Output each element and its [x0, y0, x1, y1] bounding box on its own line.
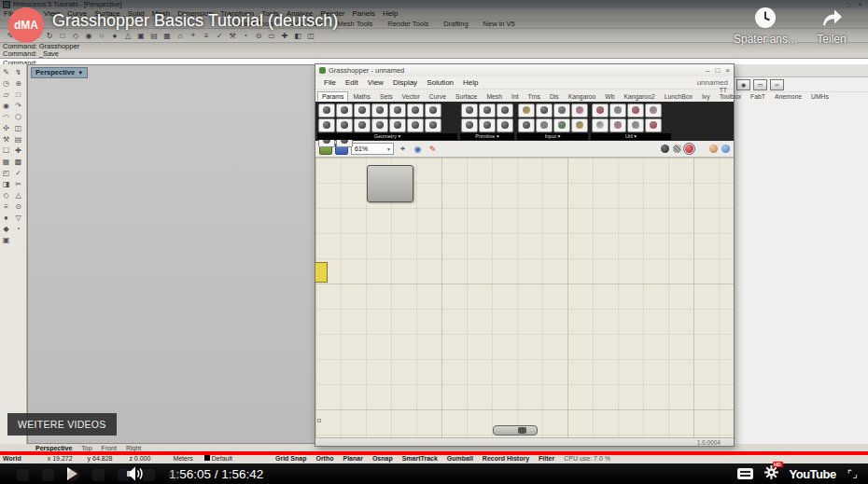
palette-component-icon[interactable] [571, 104, 588, 118]
rhino-side-tool-icon[interactable]: ◷ [0, 78, 12, 90]
status-y[interactable]: y 64.828 [88, 455, 113, 462]
rhino-side-tool-icon[interactable]: ⊙ [12, 201, 24, 213]
rhino-side-tool-icon[interactable]: ◉ [0, 101, 12, 112]
preview-tan-icon[interactable] [709, 145, 718, 153]
rhino-toolbar-tab[interactable]: New in V5 [476, 20, 523, 28]
rhino-side-tool-icon[interactable]: ▩ [12, 157, 24, 168]
palette-component-icon[interactable] [407, 118, 424, 132]
palette-component-icon[interactable] [553, 118, 570, 132]
viewport-tab-front[interactable]: Front [102, 445, 117, 451]
rhino-tool-icon[interactable]: ⚒ [226, 32, 239, 40]
rhino-side-tool-icon[interactable]: ◨ [0, 179, 12, 190]
status-toggle-smarttrack[interactable]: SmartTrack [402, 455, 438, 462]
slider-knob[interactable] [518, 427, 526, 434]
grasshopper-canvas[interactable] [315, 158, 734, 437]
rhino-toolbar-tab[interactable]: Render Tools [380, 20, 436, 28]
status-toggle-filter[interactable]: Filter [539, 455, 554, 462]
palette-group-label[interactable]: Util ▾ [591, 133, 671, 140]
status-z[interactable]: z 0.000 [129, 455, 150, 462]
preview-green-icon[interactable] [697, 145, 706, 153]
rhino-side-tool-icon[interactable]: ◰ [0, 168, 12, 179]
gh-tab-surface[interactable]: Surface [451, 91, 482, 102]
rhino-tool-icon[interactable]: □ [56, 32, 69, 40]
palette-component-icon[interactable] [354, 104, 371, 118]
palette-component-icon[interactable] [371, 118, 388, 132]
palette-component-icon[interactable] [479, 104, 496, 118]
status-toggle-record-history[interactable]: Record History [483, 455, 529, 462]
rhino-side-tool-icon[interactable]: ▤ [12, 134, 24, 145]
zoom-select[interactable]: 61% ▼ [351, 143, 394, 155]
rhino-tool-icon[interactable]: ▤ [147, 32, 161, 40]
close-button[interactable]: × [725, 66, 730, 75]
rhino-side-tool-icon[interactable]: ⬡ [12, 112, 24, 123]
gh-tab-mesh[interactable]: Mesh [482, 91, 507, 102]
display-icon[interactable]: ▭ [753, 79, 767, 90]
link-icon[interactable]: ∞ [770, 79, 784, 90]
rhino-tool-icon[interactable]: △ [121, 32, 134, 40]
gh-tab-kangaroo2[interactable]: Kangaroo2 [619, 91, 659, 102]
rhino-menu-panels[interactable]: Panels [349, 9, 379, 18]
gh-node-remap1[interactable] [367, 165, 413, 202]
settings-button[interactable]: HD [764, 465, 778, 483]
more-videos-button[interactable]: WEITERE VIDEOS [7, 413, 117, 436]
palette-component-icon[interactable] [425, 118, 441, 132]
palette-component-icon[interactable] [497, 118, 513, 132]
viewport-title-tab[interactable]: Perspective▼ [31, 67, 88, 78]
rhino-side-tool-icon[interactable]: ✎ [0, 67, 12, 78]
palette-component-icon[interactable] [627, 104, 644, 118]
preview-blue-icon[interactable] [721, 145, 730, 153]
gh-tab-params[interactable]: Params [317, 91, 348, 102]
fullscreen-button[interactable]: ⌜⌟ [847, 468, 859, 480]
palette-component-icon[interactable] [318, 118, 335, 132]
palette-component-icon[interactable] [389, 104, 406, 118]
palette-component-icon[interactable] [645, 118, 662, 132]
panel-node[interactable] [315, 262, 328, 283]
palette-group-label[interactable]: Input ▾ [517, 133, 588, 140]
gh-tab-kangaroo[interactable]: Kangaroo [564, 91, 600, 102]
rhino-side-tool-icon[interactable]: ▽ [12, 213, 24, 224]
gh-tab-tt-toolbox[interactable]: TT Toolbox [715, 85, 746, 102]
status-toggle-planar[interactable]: Planar [343, 455, 363, 462]
rhino-tool-icon[interactable]: ▭ [265, 32, 278, 40]
rhino-tool-icon[interactable]: ≡ [200, 32, 213, 40]
preview-wire-icon[interactable] [673, 145, 681, 153]
rhino-side-tool-icon[interactable]: ⚒ [0, 134, 12, 145]
viewport-tab-top[interactable]: Top [81, 445, 91, 451]
palette-component-icon[interactable] [354, 118, 371, 132]
sketch-pen-icon[interactable]: ✎ [427, 145, 439, 154]
preview-eye-icon[interactable]: ◉ [412, 145, 424, 154]
palette-component-icon[interactable] [592, 104, 609, 118]
palette-component-icon[interactable] [371, 104, 388, 118]
status-toggle-ortho[interactable]: Ortho [315, 455, 333, 462]
status-cpu[interactable]: CPU use: 7.0 % [564, 455, 610, 462]
status-x[interactable]: x 19.272 [48, 455, 73, 462]
palette-component-icon[interactable] [407, 104, 424, 118]
gh-menu-file[interactable]: File [319, 78, 341, 87]
channel-avatar[interactable]: dMA [8, 7, 44, 43]
rhino-side-tool-icon[interactable]: ✓ [12, 168, 24, 179]
palette-component-icon[interactable] [336, 104, 353, 118]
rhino-toolbar-tab[interactable]: Drafting [436, 20, 475, 28]
gh-menu-display[interactable]: Display [388, 78, 422, 87]
rhino-tool-icon[interactable]: ⊙ [252, 32, 265, 40]
status-cplane[interactable]: World [3, 455, 21, 462]
rhino-side-tool-icon[interactable]: ↷ [12, 101, 24, 112]
share-button[interactable]: Teilen [799, 6, 864, 46]
rhino-tool-icon[interactable]: ◇ [69, 32, 82, 40]
preview-shaded-icon[interactable] [685, 145, 693, 153]
rhino-menu-help[interactable]: Help [379, 9, 401, 18]
status-toggle-grid-snap[interactable]: Grid Snap [275, 455, 306, 462]
rhino-side-tool-icon[interactable]: □ [12, 90, 24, 101]
palette-component-icon[interactable] [609, 118, 626, 132]
rhino-side-tool-icon[interactable]: ▦ [0, 157, 12, 168]
maximize-button[interactable]: □ [715, 66, 720, 75]
minimize-button[interactable]: – [706, 66, 709, 75]
rhino-tool-icon[interactable]: ● [108, 32, 121, 40]
palette-component-icon[interactable] [609, 104, 626, 118]
rhino-side-tool-icon[interactable]: ⊕ [12, 78, 24, 90]
palette-component-icon[interactable] [518, 104, 535, 118]
rhino-side-tool-icon[interactable]: ● [0, 213, 12, 224]
gh-menu-solution[interactable]: Solution [422, 78, 458, 87]
palette-component-icon[interactable] [479, 118, 496, 132]
rhino-side-tool-icon[interactable]: ▣ [0, 235, 12, 246]
